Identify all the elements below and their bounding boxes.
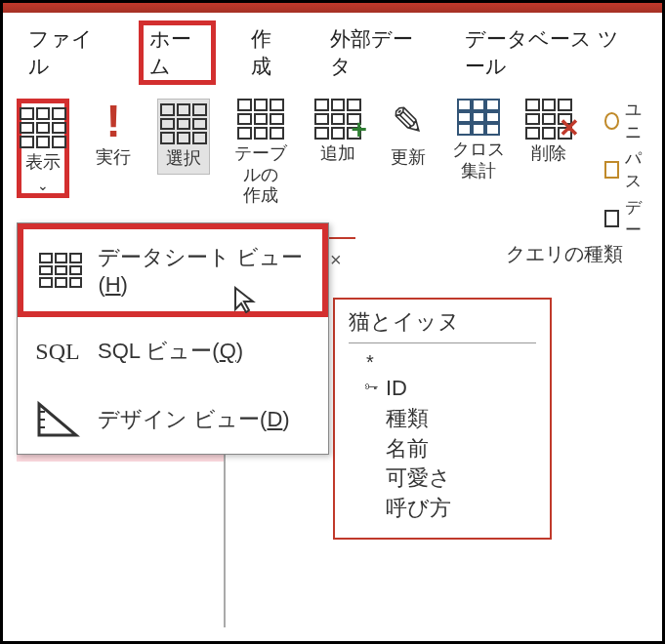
ribbon: 表示 ⌄ ! 実行 選択 テーブルの 作成 追加 ✎ 更新 クロス 集計 — [3, 91, 662, 243]
delete-button[interactable]: 削除 — [522, 99, 575, 165]
field-asterisk[interactable]: * — [349, 351, 536, 374]
append-button[interactable]: 追加 — [312, 99, 364, 165]
field-list: 🗝ID 種類 名前 可愛さ 呼び方 — [349, 374, 536, 524]
menu-dbtools[interactable]: データベース ツール — [457, 21, 644, 84]
datasheet-grid-icon — [39, 250, 82, 291]
passthrough-label: パス — [625, 147, 648, 192]
titlebar — [3, 3, 662, 13]
append-label: 追加 — [320, 143, 355, 165]
close-tab-button[interactable]: × — [330, 249, 342, 271]
design-view-label: デザイン ビュー(D) — [98, 405, 290, 434]
chevron-down-icon: ⌄ — [37, 178, 49, 193]
menu-home[interactable]: ホーム — [139, 20, 216, 85]
menubar: ファイル ホーム 作成 外部データ データベース ツール — [3, 13, 662, 91]
field-item[interactable]: 可愛さ — [386, 463, 536, 494]
field-list-box[interactable]: 猫とイッヌ * 🗝ID 種類 名前 可愛さ 呼び方 — [333, 298, 552, 540]
table-icon — [237, 99, 284, 140]
menu-create[interactable]: 作成 — [243, 21, 295, 84]
crosstab-icon — [457, 99, 500, 136]
datadef-button[interactable]: デー — [604, 196, 648, 241]
union-label: ユニ — [625, 99, 648, 143]
ruler-icon — [604, 210, 619, 227]
union-button[interactable]: ユニ — [604, 99, 648, 143]
exclaim-icon: ! — [105, 99, 120, 143]
menu-file[interactable]: ファイル — [21, 21, 111, 84]
cursor-icon — [233, 286, 257, 320]
datasheet-view-label: データシート ビュー(H) — [98, 243, 307, 298]
design-view-item[interactable]: デザイン ビュー(D) — [18, 385, 328, 454]
datadef-label: デー — [625, 196, 648, 241]
triangle-ruler-icon — [33, 399, 82, 440]
select-label: 選択 — [166, 148, 201, 170]
datasheet-grid-icon — [20, 107, 66, 148]
field-item[interactable]: 呼び方 — [386, 494, 536, 524]
sql-icon: SQL — [33, 331, 82, 372]
update-button[interactable]: ✎ 更新 — [382, 99, 435, 169]
view-button[interactable]: 表示 ⌄ — [17, 99, 69, 198]
run-label: 実行 — [96, 147, 131, 169]
crosstab-label: クロス 集計 — [452, 140, 505, 181]
view-dropdown-menu: データシート ビュー(H) SQL SQL ビュー(Q) デザイン ビュー(D) — [17, 222, 329, 455]
run-button[interactable]: ! 実行 — [87, 99, 140, 169]
right-ribbon-group: ユニ パス デー — [604, 99, 648, 241]
view-label: 表示 — [25, 152, 61, 174]
field-list-title: 猫とイッヌ — [349, 307, 536, 343]
field-item[interactable]: 🗝ID — [386, 374, 536, 404]
datasheet-view-item[interactable]: データシート ビュー(H) — [18, 223, 328, 317]
passthrough-icon — [604, 161, 619, 179]
pencil-icon: ✎ — [392, 99, 425, 143]
field-item[interactable]: 種類 — [386, 404, 536, 434]
select-query-button[interactable]: 選択 — [157, 99, 210, 175]
sql-view-label: SQL ビュー(Q) — [98, 337, 243, 366]
sql-view-item[interactable]: SQL SQL ビュー(Q) — [18, 317, 328, 385]
maketable-label: テーブルの 作成 — [228, 143, 294, 207]
passthrough-button[interactable]: パス — [604, 147, 648, 192]
table-icon — [160, 103, 207, 144]
update-label: 更新 — [391, 147, 426, 169]
menu-external[interactable]: 外部データ — [322, 21, 430, 84]
delete-icon — [525, 99, 572, 140]
union-icon — [604, 112, 619, 130]
field-item[interactable]: 名前 — [386, 434, 536, 464]
key-icon: 🗝 — [364, 378, 378, 397]
delete-label: 削除 — [531, 143, 566, 165]
append-icon — [314, 99, 361, 140]
maketable-button[interactable]: テーブルの 作成 — [228, 99, 294, 207]
crosstab-button[interactable]: クロス 集計 — [452, 99, 505, 181]
